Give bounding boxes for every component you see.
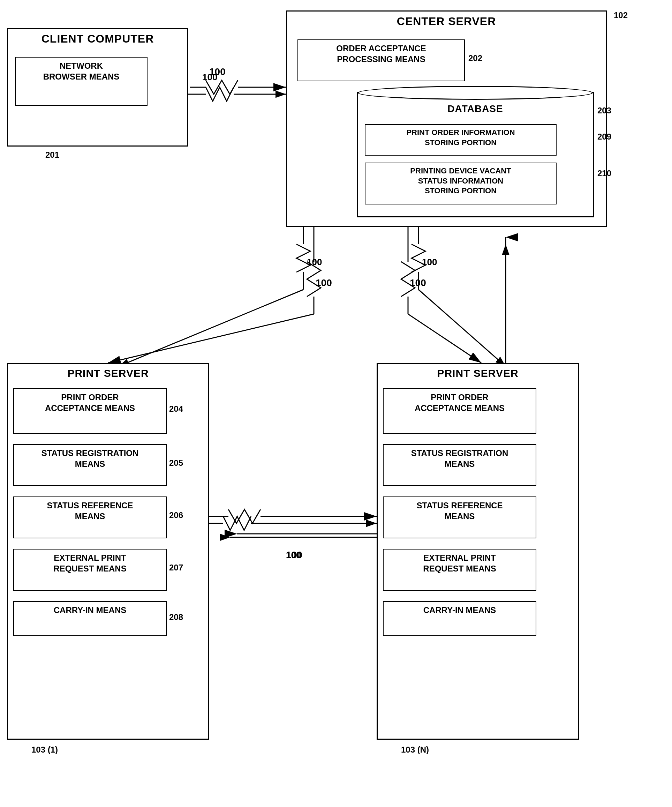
ps1-status-ref-text: STATUS REFERENCEMEANS (14, 497, 166, 525)
ps1-carry-in-box: CARRY-IN MEANS (13, 601, 167, 636)
ref-201: 201 (45, 150, 59, 160)
print-server-1-box: PRINT SERVER PRINT ORDERACCEPTANCE MEANS… (7, 363, 209, 740)
ref-204: 204 (169, 404, 183, 414)
psn-ext-print-text: EXTERNAL PRINTREQUEST MEANS (384, 550, 536, 577)
ref-207: 207 (169, 563, 183, 573)
print-server-n-title: PRINT SERVER (378, 364, 578, 383)
psn-carry-in-text: CARRY-IN MEANS (384, 602, 536, 618)
ps1-print-order-box: PRINT ORDERACCEPTANCE MEANS (13, 389, 167, 434)
printing-device-text: PRINTING DEVICE VACANTSTATUS INFORMATION… (366, 163, 556, 199)
ps1-ext-print-box: EXTERNAL PRINTREQUEST MEANS (13, 549, 167, 591)
print-order-info-box: PRINT ORDER INFORMATIONSTORING PORTION (365, 124, 556, 156)
ps1-carry-in-text: CARRY-IN MEANS (14, 602, 166, 618)
svg-line-11 (419, 290, 506, 366)
svg-text:100: 100 (422, 257, 437, 267)
ref-209: 209 (598, 132, 611, 142)
ref-205: 205 (169, 458, 183, 468)
svg-line-27 (108, 314, 314, 363)
print-order-info-text: PRINT ORDER INFORMATIONSTORING PORTION (366, 125, 556, 150)
psn-status-ref-text: STATUS REFERENCEMEANS (384, 497, 536, 525)
ps1-status-reg-text: STATUS REGISTRATIONMEANS (14, 445, 166, 472)
svg-text:100: 100 (209, 66, 226, 77)
network-browser-text: NETWORKBROWSER MEANS (16, 58, 147, 85)
ref-206: 206 (169, 510, 183, 520)
ref-202: 202 (468, 53, 482, 63)
ref-210: 210 (598, 169, 611, 178)
printing-device-box: PRINTING DEVICE VACANTSTATUS INFORMATION… (365, 163, 556, 204)
center-server-title: CENTER SERVER (287, 12, 606, 32)
psn-print-order-text: PRINT ORDERACCEPTANCE MEANS (384, 389, 536, 416)
psn-status-reg-text: STATUS REGISTRATIONMEANS (384, 445, 536, 472)
psn-ext-print-box: EXTERNAL PRINTREQUEST MEANS (383, 549, 536, 591)
svg-text:100: 100 (410, 277, 426, 288)
ref-208: 208 (169, 612, 183, 622)
svg-text:100: 100 (286, 550, 301, 560)
ps1-status-reg-box: STATUS REGISTRATIONMEANS (13, 444, 167, 486)
ref-103-1: 103 (1) (31, 745, 58, 755)
ps1-ext-print-text: EXTERNAL PRINTREQUEST MEANS (14, 550, 166, 577)
ref-103-n: 103 (N) (401, 745, 429, 755)
print-server-n-box: PRINT SERVER PRINT ORDERACCEPTANCE MEANS… (377, 363, 579, 740)
svg-text:100: 100 (202, 72, 217, 82)
order-acceptance-box: ORDER ACCEPTANCEPROCESSING MEANS (298, 40, 465, 81)
svg-text:100: 100 (286, 550, 302, 560)
client-computer-title: CLIENT COMPUTER (8, 29, 187, 49)
ps1-print-order-text: PRINT ORDERACCEPTANCE MEANS (14, 389, 166, 416)
ref-102: 102 (614, 10, 628, 20)
svg-line-31 (408, 314, 481, 363)
psn-print-order-box: PRINT ORDERACCEPTANCE MEANS (383, 389, 536, 434)
psn-carry-in-box: CARRY-IN MEANS (383, 601, 536, 636)
ref-203: 203 (598, 106, 611, 116)
psn-status-ref-box: STATUS REFERENCEMEANS (383, 496, 536, 538)
diagram: 100 100 100 100 CLIENT COMPUTER (0, 0, 672, 807)
psn-status-reg-box: STATUS REGISTRATIONMEANS (383, 444, 536, 486)
ps1-status-ref-box: STATUS REFERENCEMEANS (13, 496, 167, 538)
svg-line-7 (119, 290, 303, 366)
client-computer-box: CLIENT COMPUTER NETWORKBROWSER MEANS (7, 28, 188, 146)
center-server-box: CENTER SERVER ORDER ACCEPTANCEPROCESSING… (286, 10, 607, 227)
order-acceptance-text: ORDER ACCEPTANCEPROCESSING MEANS (298, 40, 464, 67)
svg-text:100: 100 (316, 277, 332, 288)
print-server-1-title: PRINT SERVER (8, 364, 208, 383)
svg-text:100: 100 (307, 257, 322, 267)
network-browser-box: NETWORKBROWSER MEANS (15, 57, 147, 106)
